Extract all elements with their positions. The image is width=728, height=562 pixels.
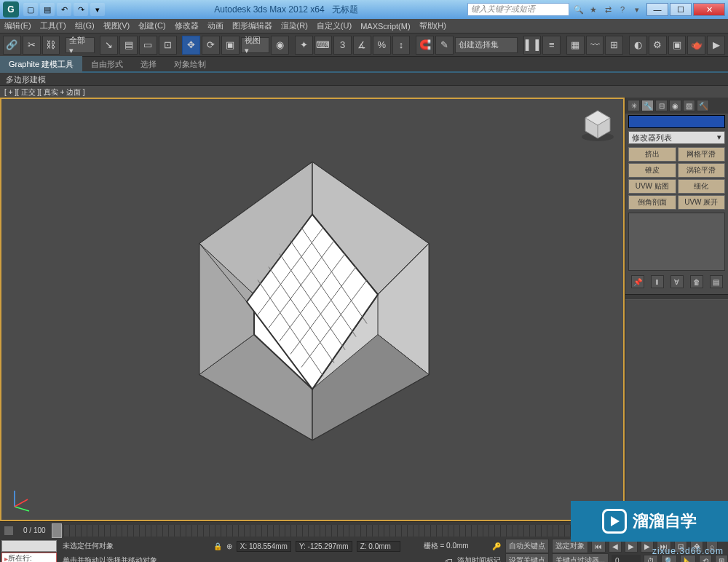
qat-undo-icon[interactable]: ↶ bbox=[57, 3, 71, 16]
viewport-label[interactable]: [ + ][ 正交 ][ 真实 + 边面 ] bbox=[0, 86, 728, 98]
modifier-stack[interactable] bbox=[628, 213, 725, 271]
dropdown-icon[interactable]: ▾ bbox=[630, 3, 644, 16]
menu-customize[interactable]: 自定义(U) bbox=[317, 20, 352, 31]
app-icon[interactable]: G bbox=[3, 1, 19, 17]
curve-editor-icon[interactable]: 〰 bbox=[586, 36, 604, 55]
render-frame-icon[interactable]: ▣ bbox=[668, 36, 687, 55]
coord-mode-icon[interactable]: ⊕ bbox=[226, 542, 232, 550]
remove-mod-icon[interactable]: 🗑 bbox=[690, 275, 703, 288]
autokey-button[interactable]: 自动关键点 bbox=[505, 539, 549, 553]
viewport[interactable] bbox=[0, 98, 625, 521]
manipulate-icon[interactable]: ✦ bbox=[295, 36, 313, 55]
viewcube[interactable] bbox=[579, 106, 616, 143]
render-prod-icon[interactable]: 🫖 bbox=[687, 36, 705, 55]
panel-divider[interactable] bbox=[625, 294, 728, 300]
layers-icon[interactable]: ▦ bbox=[566, 36, 585, 55]
menu-maxscript[interactable]: MAXScript(M) bbox=[360, 22, 410, 31]
frame-input[interactable]: 0 bbox=[612, 555, 641, 563]
menu-graph-editors[interactable]: 图形编辑器 bbox=[232, 20, 272, 31]
key-filters-button[interactable]: 关键点过滤器... bbox=[552, 553, 609, 562]
link-icon[interactable]: 🔗 bbox=[3, 36, 21, 55]
btn-bevelprofile[interactable]: 倒角剖面 bbox=[628, 195, 676, 210]
qat-open-icon[interactable]: ▤ bbox=[40, 3, 55, 16]
schematic-icon[interactable]: ⊞ bbox=[605, 36, 623, 55]
script-output[interactable] bbox=[1, 540, 57, 552]
time-slider[interactable] bbox=[52, 523, 62, 538]
btn-unwrap[interactable]: UVW 展开 bbox=[678, 195, 726, 210]
key-icon[interactable]: 🔑 bbox=[492, 542, 501, 550]
menu-edit[interactable]: 编辑(E) bbox=[4, 20, 31, 31]
pin-stack-icon[interactable]: 📌 bbox=[631, 275, 644, 288]
configure-sets-icon[interactable]: ▤ bbox=[710, 275, 723, 288]
star-icon[interactable]: ★ bbox=[587, 3, 600, 16]
tab-object-paint[interactable]: 对象绘制 bbox=[165, 56, 215, 73]
move-icon[interactable]: ✥ bbox=[182, 36, 200, 55]
select-region-icon[interactable]: ▭ bbox=[139, 36, 157, 55]
add-time-tag[interactable]: 添加时间标记 bbox=[457, 555, 501, 562]
search-input[interactable]: 键入关键字或短语 bbox=[467, 3, 569, 16]
percent-snap-icon[interactable]: % bbox=[373, 36, 391, 55]
menu-group[interactable]: 组(G) bbox=[75, 20, 95, 31]
pivot-icon[interactable]: ◉ bbox=[271, 36, 289, 55]
menu-tools[interactable]: 工具(T) bbox=[40, 20, 66, 31]
ribbon-group[interactable]: 多边形建模 bbox=[0, 73, 728, 86]
menu-render[interactable]: 渲染(R) bbox=[281, 20, 308, 31]
btn-lathe[interactable]: 锥皮 bbox=[628, 163, 676, 178]
coord-y[interactable]: Y: -125.297mm bbox=[296, 541, 352, 552]
btn-tessellate[interactable]: 细化 bbox=[678, 179, 726, 194]
select-name-icon[interactable]: ▤ bbox=[119, 36, 138, 55]
tab-hierarchy-icon[interactable]: ⊟ bbox=[655, 100, 668, 111]
btn-turbosmooth[interactable]: 涡轮平滑 bbox=[678, 163, 726, 178]
help-icon[interactable]: ? bbox=[616, 3, 629, 16]
menu-animation[interactable]: 动画 bbox=[207, 20, 223, 31]
named-selection-set[interactable]: 创建选择集 bbox=[455, 37, 518, 53]
tab-modify-icon[interactable]: 🔧 bbox=[641, 100, 654, 111]
tab-create-icon[interactable]: ✳ bbox=[628, 100, 640, 111]
ref-coord-system[interactable]: 视图 ▾ bbox=[241, 37, 269, 53]
angle-snap-icon[interactable]: ∡ bbox=[353, 36, 371, 55]
render-setup-icon[interactable]: ⚙ bbox=[649, 36, 667, 55]
make-unique-icon[interactable]: ∀ bbox=[670, 275, 684, 288]
tab-selection[interactable]: 选择 bbox=[132, 56, 165, 73]
play-icon[interactable]: ▶ bbox=[625, 540, 638, 553]
tab-utilities-icon[interactable]: 🔨 bbox=[697, 100, 709, 111]
setkey-button[interactable]: 设置关键点 bbox=[505, 553, 549, 562]
selection-filter[interactable]: 全部 ▾ bbox=[66, 37, 94, 53]
qat-redo-icon[interactable]: ↷ bbox=[74, 3, 88, 16]
tab-display-icon[interactable]: ▧ bbox=[683, 100, 695, 111]
search-icon[interactable]: 🔍 bbox=[572, 3, 585, 16]
rotate-icon[interactable]: ⟳ bbox=[202, 36, 220, 55]
tab-graphite[interactable]: Graphite 建模工具 bbox=[0, 56, 82, 73]
menu-modifiers[interactable]: 修改器 bbox=[175, 20, 199, 31]
show-end-result-icon[interactable]: Ⅱ bbox=[651, 275, 664, 288]
keyboard-icon[interactable]: ⌨ bbox=[314, 36, 333, 55]
menu-help[interactable]: 帮助(H) bbox=[419, 20, 446, 31]
exchange-icon[interactable]: ⇄ bbox=[601, 3, 614, 16]
btn-extrude[interactable]: 挤出 bbox=[628, 147, 676, 162]
qat-new-icon[interactable]: ▢ bbox=[23, 3, 38, 16]
menu-view[interactable]: 视图(V) bbox=[103, 20, 130, 31]
coord-x[interactable]: X: 108.554mm bbox=[237, 541, 291, 552]
modifier-list[interactable]: 修改器列表▾ bbox=[628, 131, 725, 144]
edit-named-sel-icon[interactable]: ✎ bbox=[435, 36, 454, 55]
window-crossing-icon[interactable]: ⊡ bbox=[159, 36, 177, 55]
maximize-button[interactable]: ☐ bbox=[670, 3, 692, 16]
scale-icon[interactable]: ▣ bbox=[221, 36, 240, 55]
qat-more-icon[interactable]: ▾ bbox=[90, 3, 105, 16]
prev-frame-icon[interactable]: ◀ bbox=[609, 540, 622, 553]
bind-icon[interactable]: ⛓ bbox=[42, 36, 60, 55]
close-button[interactable]: ✕ bbox=[693, 3, 725, 16]
coord-z[interactable]: Z: 0.0mm bbox=[357, 541, 400, 552]
tab-freeform[interactable]: 自由形式 bbox=[82, 56, 132, 73]
lock-icon[interactable]: 🔒 bbox=[213, 542, 222, 550]
object-color-swatch[interactable] bbox=[628, 115, 725, 128]
tab-motion-icon[interactable]: ◉ bbox=[669, 100, 681, 111]
align-icon[interactable]: ≡ bbox=[542, 36, 561, 55]
mirror-icon[interactable]: ▌▐ bbox=[523, 36, 542, 55]
select-icon[interactable]: ↘ bbox=[100, 36, 118, 55]
snap-3-icon[interactable]: 3 bbox=[333, 36, 352, 55]
minimize-button[interactable]: — bbox=[646, 3, 668, 16]
next-frame-icon[interactable]: ▶ bbox=[641, 540, 654, 553]
spinner-snap-icon[interactable]: ↕ bbox=[392, 36, 411, 55]
unlink-icon[interactable]: ✂ bbox=[23, 36, 41, 55]
